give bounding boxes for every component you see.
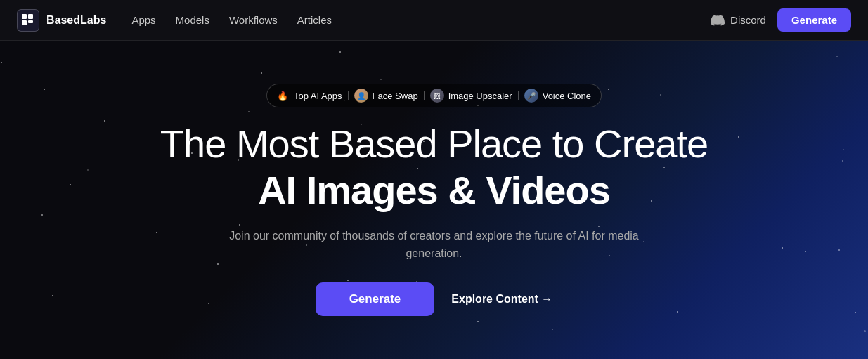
face-swap-label: Face Swap <box>373 91 418 101</box>
svg-rect-2 <box>22 20 27 25</box>
nav-link-workflows[interactable]: Workflows <box>221 10 286 30</box>
logo-area[interactable]: BasedLabs <box>17 9 106 32</box>
explore-content-link[interactable]: Explore Content → <box>451 293 552 306</box>
nav-links: Apps Models Workflows Articles <box>123 10 340 30</box>
discord-label: Discord <box>730 14 766 26</box>
voice-clone-label: Voice Clone <box>543 91 591 101</box>
badge-divider-3 <box>518 91 519 100</box>
badge-image-upscaler[interactable]: 🖼 Image Upscaler <box>430 89 512 103</box>
svg-rect-1 <box>28 14 33 19</box>
generate-button-hero[interactable]: Generate <box>316 282 435 316</box>
logo-icon <box>17 9 39 32</box>
nav-link-models[interactable]: Models <box>167 10 218 30</box>
discord-link[interactable]: Discord <box>711 13 766 27</box>
discord-icon <box>711 13 725 27</box>
voice-clone-avatar: 🎤 <box>524 89 538 103</box>
badge-face-swap[interactable]: 👤 Face Swap <box>354 89 418 103</box>
hero-subtext: Join our community of thousands of creat… <box>216 227 652 263</box>
image-upscaler-avatar: 🖼 <box>430 89 444 103</box>
nav-link-apps[interactable]: Apps <box>123 10 164 30</box>
image-upscaler-label: Image Upscaler <box>448 91 512 101</box>
navbar: BasedLabs Apps Models Workflows Articles… <box>0 0 868 41</box>
badge-divider-2 <box>424 91 425 100</box>
svg-rect-3 <box>28 20 33 23</box>
generate-button-nav[interactable]: Generate <box>777 8 851 32</box>
face-swap-avatar: 👤 <box>354 89 368 103</box>
hero-headline: The Most Based Place to Create AI Images… <box>160 122 708 212</box>
nav-link-articles[interactable]: Articles <box>289 10 340 30</box>
navbar-left: BasedLabs Apps Models Workflows Articles <box>17 9 340 32</box>
top-badge[interactable]: 🔥 Top AI Apps 👤 Face Swap 🖼 Image Upscal… <box>266 84 602 107</box>
cta-row: Generate Explore Content → <box>316 282 553 316</box>
fire-emoji: 🔥 <box>277 91 288 101</box>
badge-voice-clone[interactable]: 🎤 Voice Clone <box>524 89 591 103</box>
badge-divider <box>348 91 349 100</box>
navbar-right: Discord Generate <box>711 8 851 32</box>
logo-text: BasedLabs <box>46 14 106 27</box>
hero-section: 🔥 Top AI Apps 👤 Face Swap 🖼 Image Upscal… <box>0 41 868 359</box>
hero-content: 🔥 Top AI Apps 👤 Face Swap 🖼 Image Upscal… <box>160 84 708 316</box>
hero-headline-line2: AI Images & Videos <box>160 167 708 213</box>
svg-rect-0 <box>22 14 27 19</box>
hero-headline-line1: The Most Based Place to Create <box>160 122 708 167</box>
top-ai-text: Top AI Apps <box>294 91 342 101</box>
